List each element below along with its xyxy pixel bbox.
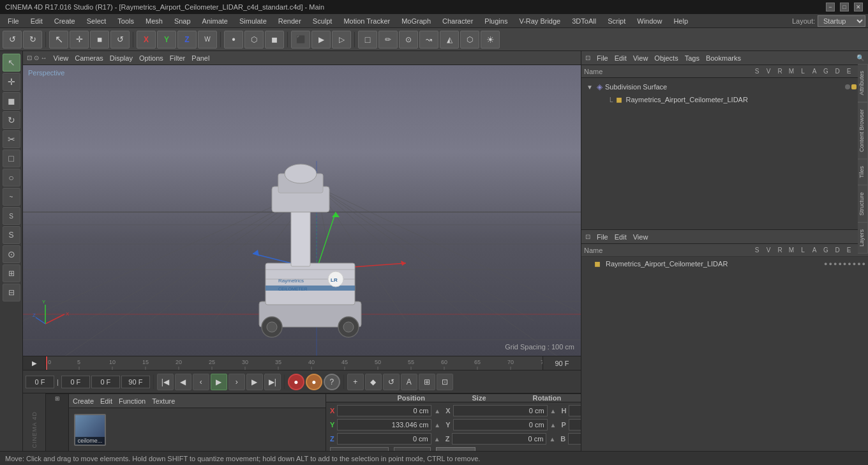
poly-mode-button[interactable]: ◼ [265,31,284,49]
sidebar-select-btn[interactable]: ↖ [3,54,20,72]
sidebar-box-btn[interactable]: □ [3,149,20,167]
edge-mode-button[interactable]: ⬡ [244,31,264,49]
coord-z-pos-arrow[interactable]: ▲ [434,436,440,443]
menu-render[interactable]: Render [273,16,306,26]
material-thumbnail[interactable]: ceilome... [74,414,106,446]
light-button[interactable]: ☀ [481,31,500,49]
sidebar-move-btn[interactable]: ✛ [3,73,20,91]
layout-dropdown[interactable]: Startup Standard Animate [818,15,865,27]
close-button[interactable]: ✕ [854,3,863,11]
menu-plugins[interactable]: Plugins [479,16,513,26]
coord-y-pos[interactable] [337,419,431,431]
render-all-button[interactable]: ▷ [332,31,351,49]
env-button[interactable]: ◭ [440,31,459,49]
keyframe-add-button[interactable]: + [347,374,364,390]
vp-menu-view[interactable]: View [54,54,69,62]
go-start-button[interactable]: |◀ [157,374,174,390]
tab-structure[interactable]: Structure [858,185,868,223]
tab-content-browser[interactable]: Content Browser [858,102,868,159]
menu-help[interactable]: Help [668,16,693,26]
sidebar-layer-btn[interactable]: ⊟ [3,284,20,301]
sidebar-magnet-btn[interactable]: ⊙ [3,245,20,263]
vp-menu-panel[interactable]: Panel [191,54,209,62]
coord-x-size-arrow[interactable]: ▲ [550,408,557,415]
prev-frame-button[interactable]: ‹ [193,374,209,390]
mat-menu-create[interactable]: Create [73,397,94,405]
menu-select[interactable]: Select [82,16,112,26]
world-space-button[interactable]: W [198,31,217,49]
cube-prim-button[interactable]: □ [358,31,377,49]
minimize-button[interactable]: − [826,3,835,11]
tree-item-subdivision[interactable]: ▼ ◈ Subdivision Surface [584,80,865,93]
mat-menu-edit[interactable]: Edit [100,397,112,405]
render-view-button[interactable]: ▶ [311,31,331,49]
render-region-button[interactable]: ⬛ [291,31,310,49]
menu-mograph[interactable]: MoGraph [396,16,436,26]
coord-x-pos[interactable] [337,405,431,416]
scale-tool-button[interactable]: ◼ [90,31,109,49]
vp-menu-options[interactable]: Options [139,54,163,62]
tree-item-lidar[interactable]: L ◼ Raymetrics_Airport_Ceilometer_LIDAR [584,93,865,106]
menu-window[interactable]: Window [632,16,667,26]
menu-motion-tracker[interactable]: Motion Tracker [338,16,395,26]
coord-x-size[interactable] [453,405,548,416]
sidebar-knife-btn[interactable]: ✂ [3,130,20,148]
select-tool-button[interactable]: ↖ [49,31,68,49]
obj-bottom-edit[interactable]: Edit [615,233,627,241]
timeline-ruler[interactable]: 0 5 10 15 20 25 30 35 [46,356,542,370]
menu-tools[interactable]: Tools [112,16,139,26]
obj-list-row-lidar[interactable]: ◼ Raymetrics_Airport_Ceilometer_LIDAR ● … [581,257,868,271]
keyframe-rot-button[interactable]: ↺ [383,374,400,390]
sidebar-s-btn[interactable]: S [3,226,20,244]
step-forward-button[interactable]: ▶ [246,374,263,390]
record-auto-button[interactable]: ● [306,374,322,390]
mat-menu-function[interactable]: Function [119,397,146,405]
obj-menu-view[interactable]: View [633,54,648,62]
menu-snap[interactable]: Snap [169,16,196,26]
play-button[interactable]: ▶ [211,374,227,390]
sidebar-rotate-btn[interactable]: ↻ [3,111,20,129]
spline-button[interactable]: ✏ [378,31,398,49]
menu-3dtoall[interactable]: 3DToAll [567,16,601,26]
coord-y-pos-arrow[interactable]: ▲ [434,422,440,429]
point-mode-button[interactable]: • [224,31,243,49]
y-axis-button[interactable]: Y [157,31,176,49]
end-frame-field[interactable] [121,376,150,388]
coord-z-pos[interactable] [337,433,431,445]
min-frame-field[interactable] [61,376,90,388]
obj-bottom-view[interactable]: View [633,233,648,241]
x-axis-button[interactable]: X [137,31,156,49]
coord-z-size-arrow[interactable]: ▲ [549,436,555,443]
obj-menu-objects[interactable]: Objects [654,54,678,62]
obj-menu-edit[interactable]: Edit [615,54,627,62]
current-frame-field[interactable] [26,376,54,388]
step-back-button[interactable]: ◀ [175,374,191,390]
viewport[interactable]: Raymetrics CEILOMETER [23,65,581,356]
motion-mode-button[interactable]: ? [324,374,340,390]
menu-simulate[interactable]: Simulate [234,16,272,26]
sidebar-grid-btn[interactable]: ⊞ [3,264,20,282]
sidebar-texture-btn[interactable]: S [3,207,20,225]
menu-character[interactable]: Character [437,16,478,26]
deform-button[interactable]: ↝ [419,31,438,49]
coord-x-pos-arrow[interactable]: ▲ [434,408,440,415]
mat-menu-texture[interactable]: Texture [152,397,175,405]
tab-layers[interactable]: Layers [858,222,868,254]
sidebar-spline-btn[interactable]: ~ [3,188,20,206]
sidebar-scale-btn[interactable]: ◼ [3,92,20,110]
tab-attributes[interactable]: Attributes [858,64,868,102]
menu-file[interactable]: File [3,16,24,26]
undo-button[interactable]: ↺ [3,31,22,49]
menu-create[interactable]: Create [49,16,80,26]
vp-menu-cameras[interactable]: Cameras [75,54,103,62]
obj-menu-bookmarks[interactable]: Bookmarks [706,54,741,62]
keyframe-auto-button[interactable]: A [401,374,417,390]
obj-menu-tags[interactable]: Tags [685,54,700,62]
start-frame-field[interactable] [91,376,120,388]
tab-tiles[interactable]: Tiles [858,159,868,185]
maximize-button[interactable]: □ [840,3,849,11]
vp-menu-display[interactable]: Display [110,54,133,62]
obj-bottom-file[interactable]: File [597,233,608,241]
z-axis-button[interactable]: Z [177,31,197,49]
move-tool-button[interactable]: ✛ [70,31,89,49]
